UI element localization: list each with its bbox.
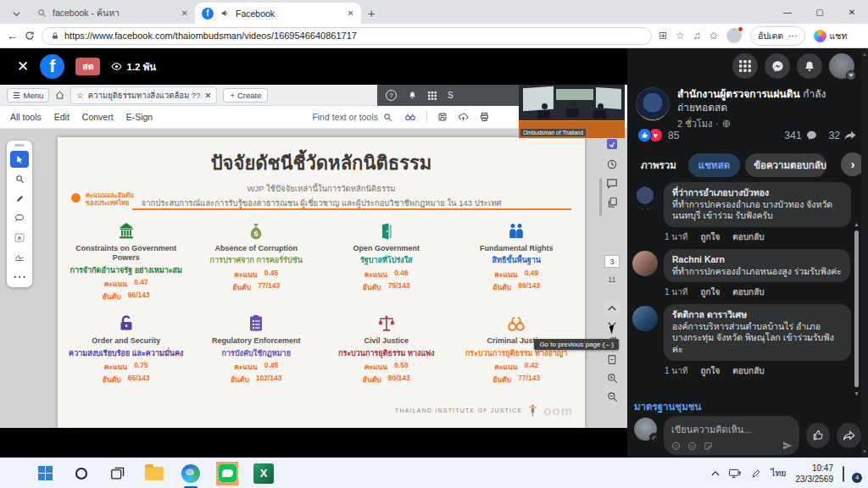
audio-playing-icon[interactable] (219, 8, 231, 19)
scrollbar-down-icon[interactable]: ▼ (861, 449, 868, 454)
collections-icon[interactable]: ✩ (709, 30, 718, 42)
start-button[interactable] (34, 463, 56, 485)
page-scrollbar[interactable] (599, 178, 602, 216)
close-window-icon[interactable]: ✕ (836, 0, 868, 24)
more-tools-button[interactable]: ⋯ (10, 268, 29, 285)
gif-emoji-icon[interactable] (671, 441, 681, 451)
maximize-icon[interactable]: ▢ (804, 0, 836, 24)
comment-count[interactable]: 341 (785, 130, 802, 141)
refresh-icon[interactable] (25, 30, 35, 41)
zoom-in-icon[interactable] (607, 373, 618, 384)
back-icon[interactable]: ← (7, 30, 18, 42)
home-icon[interactable] (55, 91, 64, 100)
comments-icon[interactable] (606, 178, 618, 189)
create-button[interactable]: + Create (223, 88, 268, 103)
close-tab-icon[interactable]: ✕ (204, 91, 211, 100)
reaction-count[interactable]: 85 (668, 130, 679, 141)
bell-icon[interactable] (408, 91, 417, 100)
profile-avatar[interactable] (726, 28, 742, 43)
commenter-name[interactable]: ที่ว่าการอำเภอบางบัวทอง (672, 187, 843, 199)
zoom-out-icon[interactable] (607, 391, 618, 402)
reply-link[interactable]: ตอบกลับ (732, 230, 764, 243)
new-tab-button[interactable]: + (368, 7, 375, 20)
reply-link[interactable]: ตอบกลับ (732, 286, 764, 298)
save-icon[interactable] (437, 112, 448, 122)
browser-update-button[interactable]: อัปเดต⋯ (750, 26, 805, 46)
share-button[interactable] (837, 423, 861, 448)
browser-page-scrollbar[interactable]: ▲ ▼ (861, 48, 868, 458)
commenter-name[interactable]: รัตติกาล ดาราวิเศษ (672, 309, 843, 321)
notification-center-button[interactable]: 4 (843, 467, 860, 480)
scroll-up-icon[interactable]: ▲ (854, 221, 860, 227)
convert-menu[interactable]: Convert (82, 112, 114, 122)
page-avatar[interactable] (636, 87, 670, 121)
like-button[interactable] (806, 423, 831, 448)
apps-grid-icon[interactable] (428, 92, 437, 100)
live-chat-list[interactable]: ที่ว่าการอำเภอบางบัวทอง ที่ทำการปกครองอำ… (632, 182, 851, 401)
close-tab-icon[interactable]: ✕ (348, 8, 354, 18)
keyboard-language[interactable]: ไทย (771, 466, 786, 480)
find-tools-search[interactable]: Find text or tools (312, 112, 392, 122)
excel-button[interactable]: X (253, 463, 275, 485)
tab-overview[interactable]: ภาพรวม (634, 153, 683, 177)
copilot-button[interactable]: แชท (814, 29, 848, 43)
video-player[interactable]: ✕ f สด 1.2 พัน ☰ Menu (0, 48, 627, 458)
acrobat-menu-button[interactable]: ☰ Menu (7, 88, 49, 103)
reply-link[interactable]: ตอบกลับ (732, 364, 764, 377)
media-icon[interactable]: ♫ (693, 30, 701, 42)
tab-search-button[interactable] (5, 5, 27, 22)
ai-assistant-icon[interactable] (404, 112, 416, 122)
pages-copy-icon[interactable] (607, 197, 618, 208)
signature-stamp-button[interactable] (10, 248, 29, 265)
viewer-name-link[interactable]: มาตรฐานชุมชน (634, 399, 701, 414)
comment-input[interactable] (671, 424, 792, 435)
facebook-logo-icon[interactable]: f (40, 54, 64, 79)
close-tab-icon[interactable]: ✕ (181, 8, 188, 18)
all-tools-menu[interactable]: All tools (10, 112, 42, 122)
browser-tab-search[interactable]: facebook - ค้นหา ✕ (29, 3, 195, 24)
tab-live-chat[interactable]: แชทสด (688, 153, 740, 177)
close-icon[interactable]: ✕ (17, 58, 29, 75)
browser-tab-facebook[interactable]: f Facebook ✕ (195, 3, 361, 24)
like-link[interactable]: ถูกใจ (700, 286, 720, 298)
split-screen-icon[interactable]: ⊞ (659, 30, 667, 42)
help-icon[interactable]: ? (386, 90, 397, 101)
previous-page-button[interactable] (604, 302, 620, 314)
notifications-bell-icon[interactable] (797, 53, 822, 79)
viewer-avatar[interactable]: ✓ (634, 418, 657, 441)
edit-menu[interactable]: Edit (54, 112, 70, 122)
add-text-button[interactable]: A (10, 229, 29, 246)
fit-page-icon[interactable] (607, 354, 617, 365)
history-clock-icon[interactable] (606, 158, 618, 170)
like-link[interactable]: ถูกใจ (700, 364, 720, 377)
minimize-icon[interactable]: — (771, 0, 804, 24)
line-app-button[interactable] (216, 463, 238, 485)
page-name[interactable]: สำนักงานผู้ตรวจการแผ่นดิน (677, 88, 800, 100)
drag-handle[interactable] (14, 144, 25, 147)
share-count[interactable]: 32 (829, 130, 840, 141)
reactions[interactable]: ♥ (637, 128, 663, 142)
url-field[interactable]: https://www.facebook.com/thaiombudsman/v… (42, 27, 652, 45)
commenter-avatar[interactable] (632, 184, 658, 209)
messenger-icon[interactable] (765, 53, 790, 79)
commenter-avatar[interactable] (632, 251, 658, 276)
edge-browser-button[interactable] (180, 463, 202, 485)
file-explorer-button[interactable] (143, 463, 165, 485)
commenter-name[interactable]: Rachni Karn (672, 254, 842, 266)
display-network-icon[interactable] (729, 469, 742, 479)
more-menu-icon[interactable]: ⋯ (788, 30, 798, 41)
task-view-button[interactable] (107, 463, 129, 485)
pen-icon[interactable] (751, 469, 761, 479)
select-tool-button[interactable] (10, 151, 29, 168)
print-icon[interactable] (479, 112, 490, 122)
send-icon[interactable] (782, 441, 793, 451)
sticker-icon[interactable] (704, 441, 713, 451)
lasso-tool-button[interactable] (10, 209, 29, 226)
search-button[interactable] (70, 463, 92, 485)
tray-expand-chevron[interactable] (711, 470, 720, 476)
star-icon[interactable]: ☆ (76, 91, 84, 100)
scroll-down-icon[interactable]: ▼ (854, 391, 860, 396)
chat-scrollbar-thumb[interactable] (854, 230, 859, 387)
current-page-field[interactable]: 3 (604, 255, 620, 268)
account-avatar[interactable] (829, 53, 854, 79)
